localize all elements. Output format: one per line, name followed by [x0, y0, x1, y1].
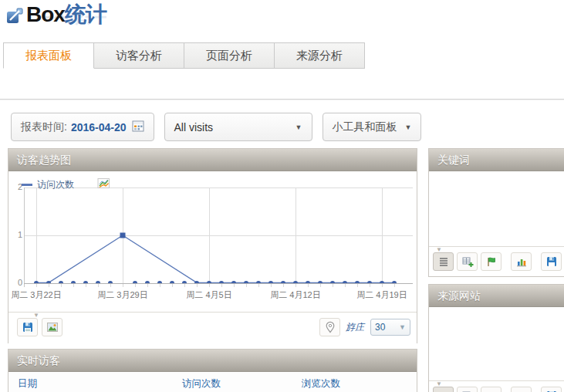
export-data-button[interactable]: [17, 318, 38, 336]
legend-series-label: 访问次数: [37, 178, 74, 191]
header-divider: [0, 99, 564, 100]
table-rows-icon: [437, 255, 450, 268]
y-axis-label: 2: [10, 182, 22, 191]
visits-chart-area: 访问次数 012周二 3月22日周二 3月29日周二 4月5日周二 4月12日周…: [8, 171, 417, 312]
view-table-button[interactable]: [433, 252, 454, 271]
widgets-menu-label: 小工具和面板: [333, 120, 397, 134]
widget-header[interactable]: 关键词: [429, 149, 564, 171]
x-axis-label: 周二 4月5日: [186, 289, 231, 301]
collapse-arrow-icon: ▼: [436, 381, 442, 387]
annotations-label[interactable]: 斿庄: [346, 321, 364, 334]
app-title: Box统计: [26, 2, 106, 26]
keywords-empty-body: [429, 171, 564, 246]
view-all-columns-button[interactable]: [457, 252, 478, 271]
collapse-arrow-icon: ▼: [436, 247, 442, 253]
view-goals-button[interactable]: [481, 387, 502, 392]
row-limit-select[interactable]: 30 ▼: [370, 319, 410, 336]
column-header-pageviews: 浏览次数: [302, 377, 340, 390]
app-logo[interactable]: Box统计 Box统计: [6, 3, 106, 29]
export-image-button[interactable]: [42, 318, 62, 336]
tab-report-dashboard[interactable]: 报表面板: [3, 42, 94, 69]
view-bar-chart-button[interactable]: [511, 252, 532, 271]
row-limit-value: 30: [375, 322, 385, 333]
x-axis-label: 周二 3月22日: [11, 289, 61, 301]
y-axis-label: 0: [10, 278, 22, 287]
chevron-down-icon: ▼: [399, 323, 406, 331]
y-axis-label: 1: [10, 230, 22, 239]
tab-referrer-analysis[interactable]: 来源分析: [275, 42, 365, 69]
chart-type-icon[interactable]: [97, 177, 110, 192]
date-range-button[interactable]: 报表时间: 2016-04-20: [11, 113, 154, 141]
annotations-pin-button[interactable]: [319, 318, 340, 336]
widget-header[interactable]: 实时访客: [8, 350, 417, 372]
tab-page-analysis[interactable]: 页面分析: [184, 42, 275, 69]
view-bar-chart-button[interactable]: [511, 387, 532, 392]
column-header-visits: 访问次数: [182, 377, 221, 390]
export-icon: [545, 255, 558, 268]
chevron-down-icon: ▼: [405, 123, 412, 131]
app-logo-icon: [6, 8, 23, 28]
location-pin-icon: [324, 321, 336, 333]
widgets-menu-button[interactable]: 小工具和面板 ▼: [323, 113, 422, 141]
table-plus-icon: [461, 255, 474, 268]
bar-chart-icon: [515, 255, 528, 268]
x-axis-label: 周二 3月29日: [97, 289, 147, 301]
chevron-down-icon: ▼: [296, 123, 302, 131]
report-toolbar: 报表时间: 2016-04-20 All visits ▼ 小工具和面板 ▼: [11, 113, 431, 141]
column-header-date: 日期: [18, 377, 37, 390]
widget-referrer-websites: 来源网站 ▼: [428, 284, 564, 392]
tab-visitor-analysis[interactable]: 访客分析: [94, 42, 184, 69]
flag-icon: [485, 255, 498, 268]
dashboard-page: Box统计 Box统计 报表面板 访客分析 页面分析 来源分析 报表时间: 20…: [0, 0, 564, 392]
calendar-icon: [132, 120, 144, 134]
keywords-footer: ▼: [429, 246, 564, 276]
widget-realtime-visitors: 实时访客 日期 访问次数 浏览次数: [8, 349, 417, 392]
view-table-button[interactable]: [433, 387, 454, 392]
date-range-label: 报表时间:: [21, 120, 67, 134]
date-range-value: 2016-04-20: [71, 121, 127, 133]
widget-keywords: 关键词 ▼: [428, 148, 564, 277]
x-axis-label: 周二 4月19日: [356, 289, 407, 301]
export-data-button[interactable]: [541, 252, 562, 271]
segment-selector[interactable]: All visits ▼: [164, 113, 312, 141]
referrers-empty-body: [429, 307, 564, 380]
widget-visits-graph: 访客趋势图 访问次数 012周二 3月22日周二 3月29日周二 4月5日周二 …: [8, 148, 417, 343]
referrers-footer: ▼: [429, 380, 564, 392]
table-header-row: 日期 访问次数 浏览次数: [8, 372, 417, 392]
chart-legend: 访问次数: [22, 177, 110, 192]
visits-graph-footer: ▼: [8, 312, 417, 343]
x-axis-label: 周二 4月12日: [270, 289, 320, 301]
image-icon: [46, 321, 59, 333]
export-data-button[interactable]: [541, 387, 562, 392]
collapse-arrow-icon: ▼: [33, 313, 39, 319]
view-all-columns-button[interactable]: [457, 387, 478, 392]
export-icon: [22, 321, 34, 333]
widget-header[interactable]: 访客趋势图: [8, 149, 417, 171]
legend-dash: [22, 184, 32, 186]
segment-value: All visits: [174, 121, 214, 133]
widget-header[interactable]: 来源网站: [429, 285, 564, 307]
main-nav-tabs: 报表面板 访客分析 页面分析 来源分析: [3, 42, 365, 69]
view-goals-button[interactable]: [481, 252, 502, 271]
